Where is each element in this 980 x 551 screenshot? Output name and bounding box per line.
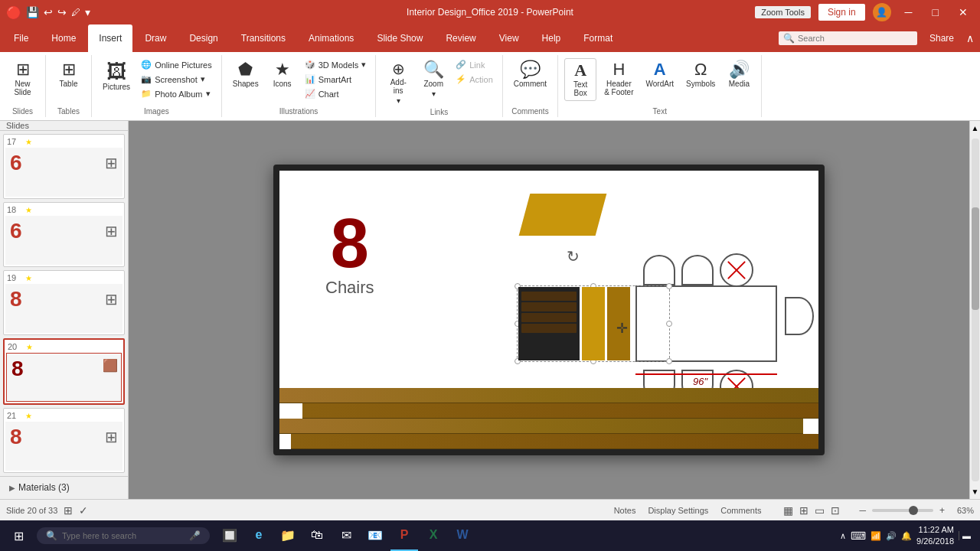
taskbar-explorer[interactable]: 🔲 <box>216 520 243 551</box>
close-button[interactable]: ✕ <box>952 5 974 20</box>
scroll-down-icon[interactable]: ▼ <box>969 484 980 499</box>
tab-draw[interactable]: Draw <box>134 24 177 52</box>
tab-insert[interactable]: Insert <box>88 24 132 52</box>
slide-thumb-20[interactable]: 20 ★ 8 🟫 <box>3 338 125 405</box>
search-input[interactable] <box>798 34 913 43</box>
media-button[interactable]: 🔊 Media <box>723 58 755 91</box>
slide-thumb-19[interactable]: 19 ★ 8 ⊞ <box>3 270 125 335</box>
tab-review[interactable]: Review <box>435 24 486 52</box>
tab-file[interactable]: File <box>3 24 39 52</box>
star-icon-21: ★ <box>25 412 32 420</box>
taskbar-keyboard-icon[interactable]: ⌨ <box>851 530 866 542</box>
zoom-dropdown[interactable]: ▾ <box>432 90 436 98</box>
display-settings-button[interactable]: Display Settings <box>645 504 711 517</box>
taskbar-clock[interactable]: 11:22 AM 9/26/2018 <box>916 524 954 548</box>
taskbar-powerpoint[interactable]: P <box>390 520 418 551</box>
taskbar-store[interactable]: 🛍 <box>303 520 331 551</box>
taskbar-notification-icon[interactable]: 🔔 <box>901 531 912 541</box>
zoom-button[interactable]: 🔍 Zoom ▾ <box>417 58 449 101</box>
taskbar-search-input[interactable] <box>62 531 185 540</box>
link-button[interactable]: 🔗 Link <box>452 58 496 71</box>
action-button[interactable]: ⚡ Action <box>452 73 496 86</box>
online-pictures-button[interactable]: 🌐 Online Pictures <box>138 58 215 71</box>
taskbar-outlook[interactable]: 📧 <box>361 520 389 551</box>
taskbar-volume-icon[interactable]: 🔊 <box>886 531 897 541</box>
text-box-button[interactable]: A TextBox <box>564 58 596 101</box>
symbols-button[interactable]: Ω Symbols <box>681 58 720 91</box>
chart-button[interactable]: 📈 Chart <box>302 87 370 100</box>
tab-slideshow[interactable]: Slide Show <box>366 24 433 52</box>
restore-button[interactable]: □ <box>926 5 945 20</box>
taskbar-word[interactable]: W <box>449 520 476 551</box>
reading-view-icon[interactable]: ▭ <box>815 504 825 517</box>
screenshot-dropdown[interactable]: ▾ <box>201 74 205 84</box>
tab-home[interactable]: Home <box>41 24 87 52</box>
icons-button[interactable]: ★ Icons <box>266 58 299 91</box>
vertical-scrollbar[interactable]: ▲ ▼ <box>969 121 980 499</box>
taskbar-network-icon[interactable]: 📶 <box>871 531 881 541</box>
table-button[interactable]: ⊞ Table <box>53 58 85 91</box>
chair-right <box>785 297 814 335</box>
zoom-level[interactable]: 63% <box>951 506 974 515</box>
materials-label: Materials (3) <box>18 482 70 493</box>
normal-view-icon[interactable]: ▦ <box>783 504 793 517</box>
taskbar-search[interactable]: 🔍 🎤 <box>37 527 210 544</box>
tab-design[interactable]: Design <box>178 24 228 52</box>
start-button[interactable]: ⊞ <box>3 520 34 551</box>
shapes-button[interactable]: ⬟ Shapes <box>228 58 263 91</box>
wordart-button[interactable]: A WordArt <box>642 58 679 91</box>
taskbar-edge[interactable]: e <box>245 520 273 551</box>
redo-icon[interactable]: ↪ <box>57 6 67 18</box>
zoom-thumb[interactable] <box>909 506 918 515</box>
smartart-button[interactable]: 📊 SmartArt <box>302 73 370 86</box>
scroll-up-icon[interactable]: ▲ <box>969 121 980 135</box>
add-ins-dropdown[interactable]: ▾ <box>397 96 400 105</box>
tab-format[interactable]: Format <box>573 24 623 52</box>
tab-animations[interactable]: Animations <box>298 24 364 52</box>
zoom-out-icon[interactable]: ─ <box>859 505 866 516</box>
screenshot-button[interactable]: 📷 Screenshot ▾ <box>138 73 215 86</box>
tab-view[interactable]: View <box>488 24 530 52</box>
zoom-tools-label: Zoom Tools <box>755 6 811 18</box>
edge-icon: e <box>256 528 263 542</box>
customize-icon[interactable]: 🖊 <box>71 7 80 18</box>
header-footer-button[interactable]: H Header& Footer <box>599 58 638 99</box>
comment-button[interactable]: 💬 Comment <box>509 58 551 91</box>
scroll-thumb[interactable] <box>972 207 979 310</box>
slide-thumb-21[interactable]: 21 ★ 8 ⊞ <box>3 408 125 473</box>
minimize-button[interactable]: ─ <box>899 5 919 20</box>
comments-button[interactable]: Comments <box>717 504 764 517</box>
sign-in-button[interactable]: Sign in <box>818 4 865 21</box>
taskbar-show-desktop[interactable]: ▬ <box>959 531 971 540</box>
taskbar-mail[interactable]: ✉ <box>332 520 360 551</box>
undo-icon[interactable]: ↩ <box>44 6 53 18</box>
3d-models-dropdown[interactable]: ▾ <box>361 60 366 70</box>
dropdown-icon[interactable]: ▾ <box>85 6 90 18</box>
search-box[interactable]: 🔍 <box>779 31 917 45</box>
materials-group[interactable]: ▶ Materials (3) <box>6 480 122 495</box>
save-icon[interactable]: 💾 <box>26 6 39 18</box>
star-icon-19: ★ <box>25 274 32 282</box>
notes-button[interactable]: Notes <box>611 504 639 517</box>
collapse-ribbon-icon[interactable]: ∧ <box>966 32 974 44</box>
tab-transitions[interactable]: Transitions <box>230 24 296 52</box>
group-slides-content: ⊞ NewSlide <box>7 55 39 107</box>
zoom-slider[interactable] <box>872 509 933 512</box>
taskbar-excel[interactable]: X <box>420 520 447 551</box>
share-button[interactable]: Share <box>923 30 960 47</box>
presenter-view-icon[interactable]: ⊡ <box>831 504 840 517</box>
tab-help[interactable]: Help <box>531 24 572 52</box>
slide-thumb-18[interactable]: 18 ★ 6 ⊞ <box>3 202 125 267</box>
add-ins-button[interactable]: ⊕ Add-ins ▾ <box>382 58 414 108</box>
pictures-button[interactable]: 🖼 Pictures <box>98 58 135 94</box>
zoom-in-icon[interactable]: + <box>939 505 945 516</box>
photo-album-dropdown[interactable]: ▾ <box>206 89 211 99</box>
3d-models-button[interactable]: 🎲 3D Models ▾ <box>302 58 370 71</box>
slide-thumb-17[interactable]: 17 ★ 6 ⊞ <box>3 134 125 199</box>
slide-sorter-icon[interactable]: ⊞ <box>799 504 808 517</box>
taskbar-folder[interactable]: 📁 <box>274 520 302 551</box>
new-slide-button[interactable]: ⊞ NewSlide <box>7 58 39 99</box>
photo-album-button[interactable]: 📁 Photo Album ▾ <box>138 87 215 100</box>
group-links: ⊕ Add-ins ▾ 🔍 Zoom ▾ 🔗 Link ⚡ A <box>376 55 503 117</box>
taskbar-up-arrow[interactable]: ∧ <box>840 531 846 541</box>
